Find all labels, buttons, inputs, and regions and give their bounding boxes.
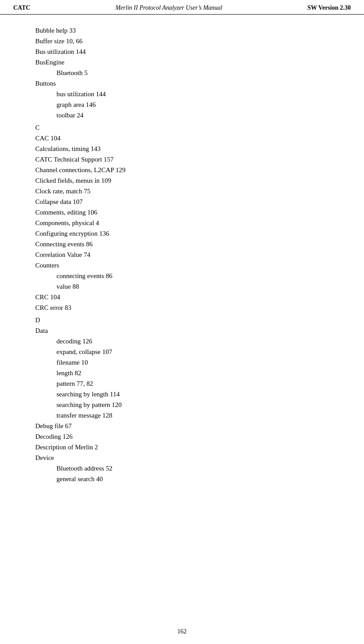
entry: Debug file 67 [35, 421, 329, 431]
entry: Description of Merlin 2 [35, 442, 329, 452]
entry: CAC 104 [35, 133, 329, 143]
header-left: CATC [13, 4, 30, 11]
section-letter: C [35, 122, 329, 133]
section-letter: D [35, 315, 329, 325]
entry: Clock rate, match 75 [35, 186, 329, 196]
entry-indent: transfer message 128 [35, 410, 329, 421]
entry: Connecting events 86 [35, 239, 329, 249]
entry-indent: expand, collapse 107 [35, 346, 329, 357]
entry-indent: pattern 77, 82 [35, 378, 329, 389]
entry-indent: length 82 [35, 368, 329, 378]
entry: Bubble help 33 [35, 25, 329, 36]
page-header: CATC Merlin II Protocol Analyzer User’s … [0, 0, 364, 15]
entry: Channel connections, L2CAP 129 [35, 165, 329, 175]
entry: Correlation Value 74 [35, 249, 329, 260]
entry: CRC 104 [35, 292, 329, 302]
entry: Components, physical 4 [35, 218, 329, 228]
entry-indent: Bluetooth address 52 [35, 463, 329, 474]
entry-indent: general search 40 [35, 474, 329, 484]
entry-indent: searching by pattern 120 [35, 399, 329, 410]
entry-indent: graph area 146 [35, 99, 329, 110]
entry: Buttons [35, 78, 329, 89]
entry: Counters [35, 260, 329, 271]
entry: CRC error 83 [35, 302, 329, 313]
entry: Calculations, timing 143 [35, 143, 329, 154]
entry-indent: value 88 [35, 281, 329, 292]
entry-indent: bus utilization 144 [35, 89, 329, 99]
entry: CATC Technical Support 157 [35, 154, 329, 165]
entry-indent: toolbar 24 [35, 110, 329, 121]
entry-indent: decoding 126 [35, 336, 329, 346]
entry: Buffer size 10, 66 [35, 36, 329, 46]
entry-indent: searching by length 114 [35, 389, 329, 399]
entry-indent: filename 10 [35, 357, 329, 368]
header-right: SW Version 2.30 [308, 4, 351, 11]
entry: Clicked fields, menus in 109 [35, 175, 329, 186]
entry: Data [35, 325, 329, 336]
entry: Decoding 126 [35, 431, 329, 442]
entry: Comments, editing 106 [35, 207, 329, 218]
entry-indent: Bluetooth 5 [35, 68, 329, 78]
entry: Collapse data 107 [35, 196, 329, 207]
header-center: Merlin II Protocol Analyzer User’s Manua… [115, 4, 222, 11]
entry: Bus utilization 144 [35, 46, 329, 57]
entry: BusEngine [35, 57, 329, 68]
entry-indent: connecting events 86 [35, 271, 329, 281]
entry: Configuring encryption 136 [35, 228, 329, 239]
main-content: Bubble help 33Buffer size 10, 66Bus util… [0, 15, 364, 502]
entry: Device [35, 452, 329, 463]
page-number: 162 [177, 628, 187, 635]
page-footer: 162 [0, 628, 364, 635]
